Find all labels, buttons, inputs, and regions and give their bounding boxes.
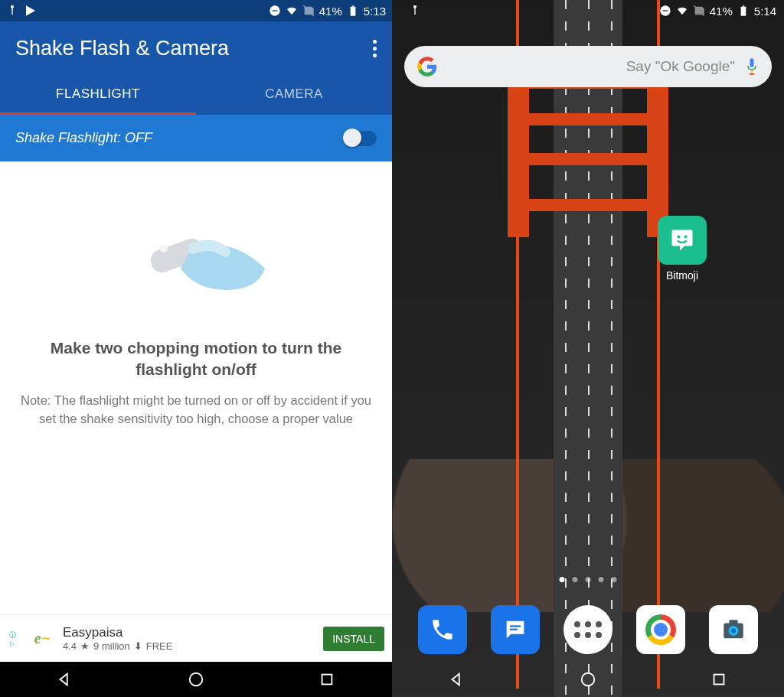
star-icon: ★	[80, 640, 90, 652]
bitmoji-icon	[658, 216, 707, 265]
download-icon: ⬇	[134, 640, 142, 652]
tab-camera[interactable]: CAMERA	[196, 74, 392, 115]
svg-rect-9	[662, 10, 668, 11]
battery-text: 41%	[319, 5, 342, 18]
mic-icon[interactable]	[744, 57, 760, 77]
status-bar: 41% 5:13	[0, 0, 392, 21]
svg-rect-11	[742, 5, 744, 6]
svg-rect-24	[714, 675, 724, 685]
flashlight-status-icon	[6, 5, 18, 17]
nav-bar	[392, 662, 784, 697]
clock-text: 5:14	[754, 5, 776, 18]
svg-rect-14	[750, 73, 755, 75]
google-search-bar[interactable]: Say "Ok Google"	[404, 46, 772, 87]
ad-meta: 4.4 ★ 9 million ⬇ FREE	[63, 640, 172, 652]
recent-button[interactable]	[318, 671, 335, 688]
shake-toggle-row: Shake Flashlight: OFF	[0, 115, 392, 161]
dnd-icon	[269, 5, 281, 17]
tab-bar: FLASHLIGHT CAMERA	[0, 74, 392, 115]
chrome-icon	[645, 614, 676, 645]
instruction-note: Note: The flashlight might be turned on …	[14, 392, 378, 428]
svg-rect-12	[750, 58, 754, 67]
svg-rect-7	[322, 675, 332, 685]
app-bar: Shake Flash & Camera	[0, 21, 392, 74]
dock	[392, 605, 784, 654]
no-sim-icon	[693, 5, 705, 17]
svg-point-5	[160, 245, 168, 252]
svg-point-6	[190, 673, 203, 686]
svg-rect-3	[351, 5, 354, 6]
instruction-heading: Make two chopping motion to turn the fla…	[14, 337, 378, 381]
app-drawer-button[interactable]	[564, 605, 612, 654]
wallpaper	[392, 0, 784, 697]
svg-rect-17	[510, 625, 521, 627]
google-logo-icon	[416, 56, 438, 77]
clock-text: 5:13	[364, 5, 386, 18]
dock-camera-app[interactable]	[709, 605, 758, 654]
wifi-icon	[286, 5, 298, 17]
ad-app-icon: e~	[28, 624, 57, 653]
ad-app-name: Easypaisa	[63, 625, 172, 640]
flashlight-status-icon	[409, 5, 421, 17]
adchoices-icon[interactable]: ⓘ▷	[3, 630, 21, 647]
tab-flashlight[interactable]: FLASHLIGHT	[0, 74, 196, 115]
battery-text: 41%	[710, 5, 733, 18]
battery-icon	[737, 5, 750, 17]
chop-illustration	[14, 215, 378, 307]
back-button[interactable]	[449, 671, 466, 688]
svg-point-23	[582, 673, 595, 686]
battery-icon	[347, 5, 359, 17]
back-button[interactable]	[57, 671, 74, 688]
page-indicator[interactable]	[560, 577, 617, 582]
app-icon-bitmoji[interactable]: Bitmoji	[651, 216, 714, 282]
svg-point-15	[678, 236, 681, 239]
search-placeholder: Say "Ok Google"	[626, 58, 735, 75]
status-bar: 41% 5:14	[392, 0, 784, 21]
svg-rect-1	[272, 10, 277, 11]
svg-rect-2	[350, 7, 355, 16]
recent-button[interactable]	[710, 671, 727, 688]
dock-phone-app[interactable]	[418, 605, 467, 654]
dock-chrome-app[interactable]	[636, 605, 685, 654]
svg-rect-18	[510, 629, 518, 630]
install-button[interactable]: INSTALL	[323, 627, 384, 651]
svg-rect-20	[730, 620, 738, 624]
svg-point-16	[684, 236, 688, 239]
home-button[interactable]	[188, 671, 204, 688]
wifi-icon	[676, 5, 688, 17]
svg-rect-13	[751, 70, 753, 73]
dnd-icon	[659, 5, 671, 17]
no-sim-icon	[302, 5, 315, 17]
nav-bar	[0, 662, 392, 697]
shake-toggle-label: Shake Flashlight: OFF	[15, 130, 152, 146]
overflow-menu-button[interactable]	[373, 40, 377, 57]
shake-toggle-switch[interactable]	[345, 131, 377, 146]
home-button[interactable]	[580, 671, 596, 688]
svg-point-22	[731, 628, 737, 633]
app-label: Bitmoji	[651, 269, 714, 282]
app-title: Shake Flash & Camera	[15, 37, 229, 60]
ad-banner[interactable]: ⓘ▷ e~ Easypaisa 4.4 ★ 9 million ⬇ FREE I…	[0, 614, 392, 662]
svg-rect-10	[740, 7, 746, 16]
dock-messages-app[interactable]	[491, 605, 540, 654]
play-status-icon	[24, 5, 37, 17]
